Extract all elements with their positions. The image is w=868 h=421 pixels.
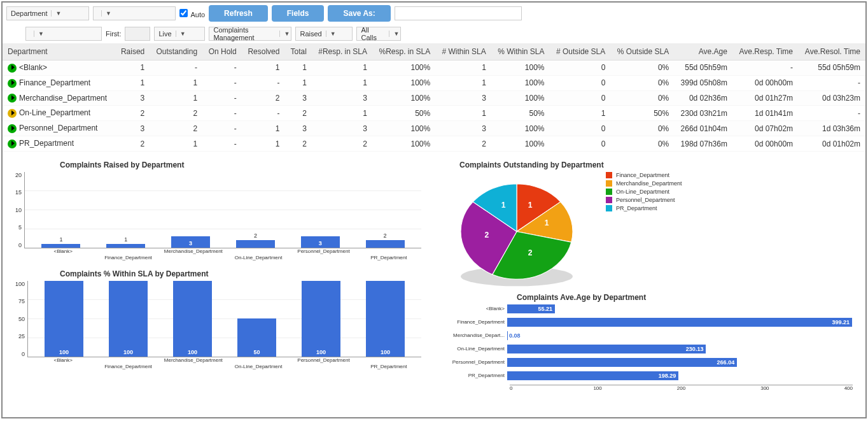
cell: - [242,75,285,90]
cell: 0% [610,75,674,90]
table-row[interactable]: Finance_Department11--11100%1100%00%399d… [3,75,865,90]
col-header[interactable]: Raised [115,43,150,61]
cell: - [202,90,242,106]
cell: 1 [150,90,202,106]
table-row[interactable]: Personnel_Department32-133100%3100%00%26… [3,121,865,136]
col-header[interactable]: % Within SLA [491,43,550,61]
cell: 1 [312,61,372,76]
calls-combo[interactable]: All Calls▼ [356,27,401,41]
cell: 3 [435,121,491,136]
svg-text:1: 1 [501,201,506,210]
cell: 50% [610,106,674,121]
mode-combo[interactable]: Live▼ [154,27,205,41]
col-header[interactable]: Ave.Resol. Time [798,43,865,61]
cell: 0% [610,136,674,152]
col-header[interactable]: Department [3,43,115,61]
cell: 2 [312,136,372,152]
svg-text:2: 2 [484,231,489,239]
table-row[interactable]: On-Line_Department22--2150%150%150%230d … [3,106,865,121]
cell: 100% [372,90,435,106]
status-icon [8,139,17,148]
cell: 0d 02h36m [674,90,732,106]
legend-item: Personnel_Department [606,197,682,203]
cell: PR_Department [3,136,115,152]
table-row[interactable]: Merchandise_Department31-233100%3100%00%… [3,90,865,106]
cell: 1 [435,106,491,121]
first-label: First: [106,30,121,38]
cell: 2 [150,106,202,121]
first-input[interactable] [125,27,150,41]
filter-blank-combo[interactable]: ▼ [25,27,102,41]
cell: 50% [491,106,550,121]
cell: 1 [115,75,150,90]
refresh-button[interactable]: Refresh [209,5,268,22]
cell: - [202,106,242,121]
status-icon [8,94,17,103]
col-header[interactable]: Ave.Resp. Time [732,43,798,61]
svg-text:1: 1 [528,201,533,210]
cell: 50% [372,106,435,121]
auto-checkbox-wrap[interactable]: Auto [179,9,205,18]
secondary-combo[interactable]: ▼ [93,6,176,20]
cell: 2 [150,121,202,136]
col-header[interactable]: # Within SLA [435,43,491,61]
chart-pie-title: Complaints Outstanding by Department [459,161,853,169]
status-icon [8,79,17,88]
cell: 100% [372,136,435,152]
col-header[interactable]: Total [284,43,311,61]
auto-label: Auto [190,11,205,18]
cell: 3 [115,121,150,136]
cell: - [798,106,865,121]
cell: 198d 07h36m [674,136,732,152]
table-row[interactable]: PR_Department21-122100%2100%00%198d 07h3… [3,136,865,152]
cell: 100% [491,75,550,90]
fields-button[interactable]: Fields [272,5,325,22]
cell: 3 [115,90,150,106]
col-header[interactable]: On Hold [202,43,242,61]
col-header[interactable]: % Outside SLA [610,43,674,61]
data-table: DepartmentRaisedOutstandingOn HoldResolv… [3,43,865,152]
cell: 1 [435,61,491,76]
cell: - [242,106,285,121]
col-header[interactable]: %Resp. in SLA [372,43,435,61]
cell: 100% [491,121,550,136]
cell: 230d 03h21m [674,106,732,121]
cell: 100% [372,61,435,76]
save-as-input[interactable] [395,6,522,20]
save-as-button[interactable]: Save As: [328,5,390,22]
col-header[interactable]: Outstanding [150,43,202,61]
cell: 0d 00h00m [732,75,798,90]
cell: - [150,61,202,76]
cell: 2 [284,106,311,121]
table-row[interactable]: <Blank>1--111100%1100%00%55d 05h59m-55d … [3,61,865,76]
cell: 2 [115,106,150,121]
group-by-combo[interactable]: Department▼ [6,6,89,20]
cell: 3 [284,121,311,136]
chart-sla-title: Complaints % Within SLA by Department [60,269,421,278]
cell: 0 [550,75,611,90]
cell: 1 [242,121,285,136]
chart-raised-title: Complaints Raised by Department [60,161,421,169]
cell: 100% [491,136,550,152]
col-header[interactable]: Resolved [242,43,285,61]
col-header[interactable]: # Outside SLA [550,43,611,61]
cell: 399d 05h08m [674,75,732,90]
cell: 1 [242,61,285,76]
cell: 55d 05h59m [798,61,865,76]
service-combo[interactable]: Complaints Management▼ [209,27,291,41]
cell: 0d 01h27m [732,90,798,106]
status-combo[interactable]: Raised▼ [295,27,353,41]
cell: 0d 03h23m [798,90,865,106]
col-header[interactable]: #Resp. in SLA [312,43,372,61]
cell: 0d 07h02m [732,121,798,136]
status-icon [8,124,17,133]
cell: - [202,75,242,90]
cell: 1 [435,75,491,90]
chart-pie: 11221 Finance_DepartmentMerchandise_Depa… [447,172,853,287]
status-icon [8,64,17,73]
cell: 100% [491,61,550,76]
cell: 1d 01h41m [732,106,798,121]
chart-sla: 1007550250 10010010050100100 [15,281,421,357]
auto-checkbox[interactable] [179,9,188,17]
col-header[interactable]: Ave.Age [674,43,732,61]
